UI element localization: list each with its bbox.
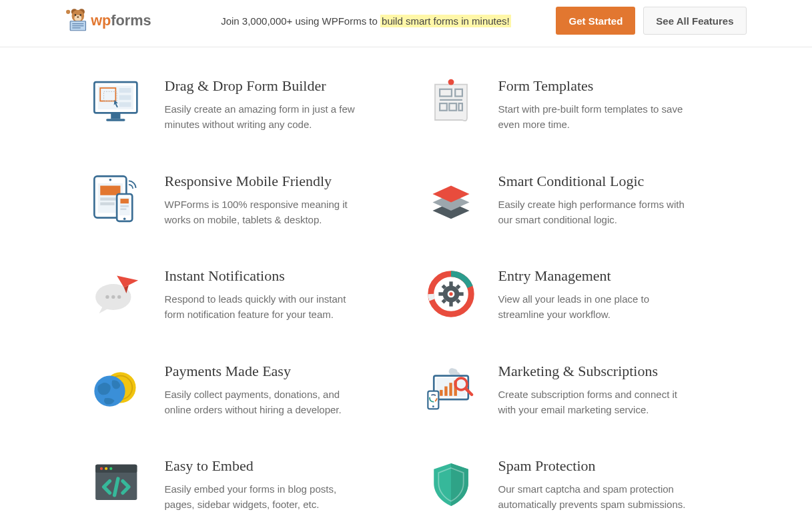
shield-icon <box>423 457 480 511</box>
svg-rect-39 <box>120 205 128 207</box>
feature-desc: Easily collect payments, donations, and … <box>165 387 358 418</box>
svg-point-11 <box>66 10 70 14</box>
svg-rect-68 <box>440 389 442 395</box>
see-all-features-button[interactable]: See All Features <box>643 7 746 35</box>
svg-rect-20 <box>111 113 120 119</box>
feature-spam-protection: Spam Protection Our smart captcha and sp… <box>423 457 723 513</box>
svg-rect-38 <box>120 199 128 203</box>
svg-point-4 <box>74 14 75 15</box>
feature-title: Form Templates <box>498 77 692 95</box>
feature-templates: Form Templates Start with pre-built form… <box>423 77 723 133</box>
feature-payments: $ Payments Made Easy Easily collect paym… <box>89 363 390 418</box>
page-header: wpforms Join 3,000,000+ using WPForms to… <box>0 0 812 47</box>
svg-point-5 <box>79 14 81 15</box>
feature-title: Instant Notifications <box>165 267 358 285</box>
svg-point-30 <box>109 178 112 181</box>
feature-desc: Respond to leads quickly with our instan… <box>165 291 358 323</box>
svg-rect-69 <box>444 386 447 395</box>
feature-desc: Create subscription forms and connect it… <box>498 387 692 418</box>
feature-notifications: Instant Notifications Respond to leads q… <box>89 267 390 323</box>
tagline-prefix: Join 3,000,000+ using WPForms to <box>221 15 380 27</box>
svg-rect-70 <box>449 383 452 396</box>
svg-point-47 <box>117 295 121 299</box>
get-started-button[interactable]: Get Started <box>556 7 635 35</box>
feature-title: Marketing & Subscriptions <box>498 363 692 380</box>
features-grid: Drag & Drop Form Builder Easily create a… <box>89 77 723 513</box>
svg-rect-52 <box>449 281 452 286</box>
monitor-form-builder-icon <box>89 77 146 131</box>
svg-rect-53 <box>449 302 452 307</box>
header-inner: wpforms Join 3,000,000+ using WPForms to… <box>66 7 747 35</box>
svg-rect-17 <box>119 88 131 93</box>
gear-ring-icon: is <box>423 267 480 321</box>
svg-point-75 <box>432 405 434 407</box>
feature-title: Payments Made Easy <box>165 363 358 380</box>
stacked-layers-icon <box>423 173 480 226</box>
feature-title: Spam Protection <box>498 457 692 475</box>
feature-title: Entry Management <box>498 267 692 285</box>
feature-conditional-logic: Smart Conditional Logic Easily create hi… <box>423 173 723 228</box>
svg-point-22 <box>448 79 454 85</box>
svg-rect-19 <box>119 102 131 107</box>
templates-icon <box>423 77 480 131</box>
analytics-monitor-icon <box>423 363 480 416</box>
tagline-highlight: build smart forms in minutes! <box>380 15 511 27</box>
feature-embed: Easy to Embed Easily embed your forms in… <box>89 457 390 513</box>
header-tagline: Join 3,000,000+ using WPForms to build s… <box>196 15 536 27</box>
svg-point-46 <box>111 295 115 299</box>
svg-text:wpforms: wpforms <box>90 12 151 29</box>
svg-point-82 <box>105 467 107 470</box>
svg-rect-18 <box>119 95 131 100</box>
feature-desc: Easily create high performance forms wit… <box>498 197 692 228</box>
feature-marketing: Marketing & Subscriptions Create subscri… <box>423 363 723 418</box>
svg-point-83 <box>109 467 112 470</box>
svg-rect-54 <box>438 292 443 295</box>
svg-rect-40 <box>120 208 126 210</box>
svg-rect-55 <box>459 292 464 295</box>
svg-rect-34 <box>100 202 114 205</box>
feature-title: Responsive Mobile Friendly <box>165 173 358 190</box>
feature-drag-drop: Drag & Drop Form Builder Easily create a… <box>89 77 390 133</box>
globe-coin-icon: $ <box>89 363 146 416</box>
header-actions: Get Started See All Features <box>556 7 746 35</box>
tablet-phone-icon <box>89 173 146 226</box>
wpforms-logo[interactable]: wpforms <box>66 7 169 35</box>
feature-desc: Easily embed your forms in blog posts, p… <box>165 481 358 513</box>
svg-point-3 <box>74 15 81 21</box>
svg-point-36 <box>123 217 126 220</box>
svg-rect-21 <box>106 119 125 121</box>
feature-desc: View all your leads in one place to stre… <box>498 291 692 323</box>
svg-point-45 <box>105 295 109 299</box>
feature-responsive: Responsive Mobile Friendly WPForms is 10… <box>89 173 390 228</box>
feature-desc: Our smart captcha and spam protection au… <box>498 481 692 513</box>
feature-title: Smart Conditional Logic <box>498 173 692 190</box>
code-window-icon <box>89 457 146 511</box>
feature-title: Easy to Embed <box>165 457 358 475</box>
wpforms-logo-icon: wpforms <box>66 7 169 35</box>
chat-paper-plane-icon <box>89 267 146 321</box>
feature-desc: Start with pre-built form templates to s… <box>498 101 692 133</box>
feature-entry-management: is Entry Management View all your leads … <box>423 267 723 323</box>
svg-point-6 <box>77 16 79 17</box>
svg-point-81 <box>100 467 103 470</box>
feature-desc: WPForms is 100% responsive meaning it wo… <box>165 197 358 228</box>
feature-desc: Easily create an amazing form in just a … <box>165 101 358 133</box>
feature-title: Drag & Drop Form Builder <box>165 77 358 95</box>
svg-point-61 <box>449 292 452 295</box>
